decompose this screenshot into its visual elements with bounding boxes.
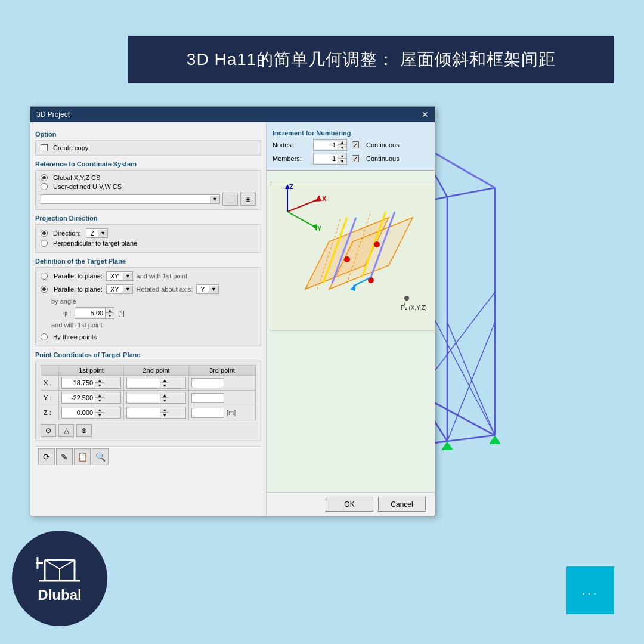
phi-symbol: φ :: [63, 309, 71, 317]
dlubal-logo-icon: [36, 554, 83, 584]
z3-input[interactable]: [191, 408, 224, 418]
z2-down[interactable]: ▼: [160, 413, 169, 418]
col-header-2nd: 2nd point: [124, 366, 189, 376]
x1-down[interactable]: ▼: [95, 383, 104, 388]
dialog-title: 3D Project: [36, 110, 70, 119]
header-banner: 3D Ha11的简单几何调整： 屋面倾斜和框架间距: [128, 36, 614, 83]
dialog-3d-project: 3D Project ✕ Option Create copy Referenc…: [30, 106, 435, 516]
parallel-plane-1-radio[interactable]: [41, 273, 48, 280]
z2-input[interactable]: [127, 408, 160, 417]
x2-input-group: ▲ ▼: [126, 377, 186, 389]
svg-point-77: [344, 256, 350, 262]
perpendicular-label: Perpendicular to target plane: [53, 240, 137, 247]
more-button[interactable]: ...: [566, 566, 614, 614]
z1-input[interactable]: [62, 408, 95, 417]
page-title: 3D Ha11的简单几何调整： 屋面倾斜和框架间距: [187, 48, 556, 71]
z-label: Z :: [41, 405, 59, 420]
toolbar-btn-4[interactable]: 🔍: [92, 448, 109, 465]
z1-up[interactable]: ▲: [95, 407, 104, 413]
phi-up-arrow[interactable]: ▲: [106, 308, 114, 313]
coords-icon-btn-1[interactable]: ⊙: [41, 424, 56, 437]
option-section: Create copy: [35, 140, 261, 156]
user-defined-cs-row: User-defined U,V,W CS: [41, 183, 256, 190]
perpendicular-radio[interactable]: [41, 240, 48, 247]
toolbar-btn-1[interactable]: ⟳: [38, 448, 55, 465]
svg-point-78: [374, 242, 380, 247]
toolbar-btn-3[interactable]: 📋: [74, 448, 91, 465]
rotated-axis-dropdown[interactable]: Y ▼: [196, 284, 218, 294]
phi-unit: [°]: [118, 309, 125, 317]
coords-icon-btn-2[interactable]: △: [58, 424, 74, 437]
cancel-button[interactable]: Cancel: [378, 497, 426, 512]
parallel-plane-1-label: Parallel to plane:: [54, 273, 103, 280]
parallel-plane-2-dropdown[interactable]: XY ▼: [106, 284, 133, 294]
z3-cell: [m]: [189, 405, 256, 420]
target-plane-label: Definition of the Target Plane: [35, 258, 261, 265]
col-header-empty: [41, 366, 59, 376]
svg-line-97: [45, 560, 60, 569]
svg-line-36: [447, 435, 495, 441]
y3-input[interactable]: [191, 393, 224, 403]
z1-input-group: ▲ ▼: [61, 407, 121, 419]
x2-up[interactable]: ▲: [160, 377, 169, 383]
toolbar-btn-2[interactable]: ✎: [56, 448, 73, 465]
svg-line-98: [60, 560, 75, 569]
direction-dropdown[interactable]: Z ▼: [86, 228, 108, 238]
nodes-continuous-cb[interactable]: ✓: [352, 141, 359, 148]
create-copy-checkbox[interactable]: [41, 144, 48, 151]
z1-down[interactable]: ▼: [95, 413, 104, 418]
z2-input-group: ▲ ▼: [126, 407, 186, 419]
y1-up[interactable]: ▲: [95, 392, 104, 398]
3d-viewport: Z X Y P₁ (X,Y,Z): [267, 149, 435, 516]
reference-cs-label: Reference to Coordinate System: [35, 160, 261, 168]
svg-text:P₁ (X,Y,Z): P₁ (X,Y,Z): [401, 305, 427, 311]
z2-up[interactable]: ▲: [160, 407, 169, 413]
phi-down-arrow[interactable]: ▼: [106, 313, 114, 318]
global-cs-label: Global X,Y,Z CS: [53, 174, 100, 181]
direction-row: Direction: Z ▼: [41, 228, 256, 238]
x2-input[interactable]: [127, 379, 160, 387]
svg-text:X: X: [322, 195, 327, 202]
y2-up[interactable]: ▲: [160, 392, 169, 398]
nodes-up[interactable]: ▲: [338, 140, 346, 145]
ok-button[interactable]: OK: [326, 497, 373, 512]
y2-input[interactable]: [127, 394, 160, 402]
direction-radio[interactable]: [41, 230, 48, 237]
cs-dropdown[interactable]: ▼: [41, 194, 220, 204]
projection-direction-section: Direction: Z ▼ Perpendicular to target p…: [35, 224, 261, 253]
y2-input-group: ▲ ▼: [126, 392, 186, 404]
dialog-left-panel: Option Create copy Reference to Coordina…: [30, 122, 266, 516]
svg-point-91: [404, 296, 409, 301]
unit-label: [m]: [227, 409, 236, 416]
parallel-plane-2-radio[interactable]: [41, 286, 48, 293]
col-header-1st: 1st point: [59, 366, 124, 376]
x3-input[interactable]: [191, 378, 224, 388]
cs-icon-btn-2[interactable]: ⊞: [240, 193, 256, 206]
create-copy-row: Create copy: [41, 144, 256, 151]
coords-icon-btn-3[interactable]: ⊕: [76, 424, 92, 437]
x1-up[interactable]: ▲: [95, 377, 104, 383]
svg-marker-67: [489, 435, 501, 444]
x1-input[interactable]: [62, 379, 95, 387]
y2-cell: ▲ ▼: [124, 391, 189, 405]
cs-icon-btn-1[interactable]: ⬜: [222, 193, 238, 206]
by-three-points-radio[interactable]: [41, 333, 48, 340]
nodes-input[interactable]: [314, 141, 338, 149]
global-cs-radio[interactable]: [41, 174, 48, 181]
parallel-plane-1-dropdown[interactable]: XY ▼: [106, 271, 133, 281]
y2-down[interactable]: ▼: [160, 398, 169, 403]
option-section-label: Option: [35, 131, 261, 138]
nodes-continuous-label: Continuous: [366, 141, 400, 148]
by-angle-label: by angle: [51, 298, 256, 305]
y1-down[interactable]: ▼: [95, 398, 104, 403]
x-label: X :: [41, 376, 59, 391]
dialog-close-button[interactable]: ✕: [422, 110, 429, 119]
x2-down[interactable]: ▼: [160, 383, 169, 388]
dialog-bottom-buttons: OK Cancel: [267, 492, 435, 516]
parallel-plane-2-row: Parallel to plane: XY ▼ Rotated about ax…: [41, 284, 256, 294]
y1-input[interactable]: [62, 394, 95, 402]
phi-input[interactable]: 5.00: [75, 309, 105, 317]
phi-input-group: 5.00 ▲ ▼: [75, 307, 114, 319]
dialog-viewport: Increment for Numbering Nodes: ▲ ▼ ✓ Con…: [266, 122, 435, 516]
user-defined-cs-radio[interactable]: [41, 183, 48, 190]
